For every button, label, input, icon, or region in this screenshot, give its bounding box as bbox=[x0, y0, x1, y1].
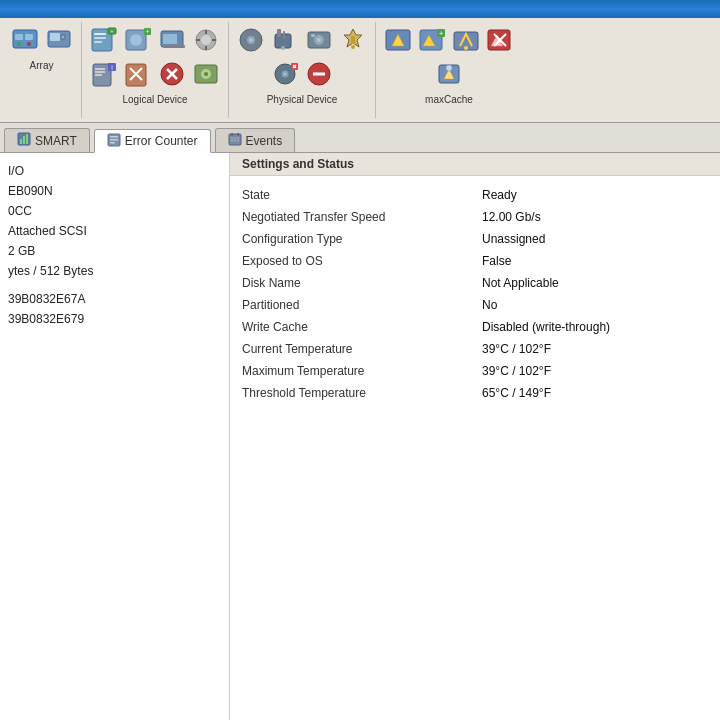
svg-rect-93 bbox=[234, 140, 236, 142]
svg-rect-21 bbox=[163, 45, 185, 48]
settings-row-threshold-temp: Threshold Temperature 65°C / 149°F bbox=[242, 382, 708, 404]
svg-point-50 bbox=[281, 46, 285, 50]
toolbar-icons-row-ld-2: i bbox=[88, 58, 222, 90]
top-bar bbox=[0, 0, 720, 18]
ld-icon-1[interactable]: + bbox=[88, 24, 120, 56]
toolbar-icons-row-array bbox=[9, 24, 75, 56]
pd-icon-2[interactable] bbox=[269, 24, 301, 56]
svg-rect-91 bbox=[230, 138, 240, 139]
svg-point-4 bbox=[27, 42, 31, 46]
toolbar-icons-row-ld-1: + + bbox=[88, 24, 222, 56]
settings-row-config-type: Configuration Type Unassigned bbox=[242, 228, 708, 250]
mc-icon-3[interactable] bbox=[450, 24, 482, 56]
svg-rect-87 bbox=[110, 142, 115, 144]
left-panel-item-serial1: 39B0832E67A bbox=[8, 289, 221, 309]
settings-key-transfer-speed: Negotiated Transfer Speed bbox=[242, 210, 482, 224]
left-panel-item-sector: ytes / 512 Bytes bbox=[8, 261, 221, 281]
svg-point-8 bbox=[61, 36, 64, 39]
toolbar-group-physical: Physical Device bbox=[229, 22, 376, 118]
ld-icon-6[interactable] bbox=[122, 58, 154, 90]
settings-key-max-temp: Maximum Temperature bbox=[242, 364, 482, 378]
ld-icon-7[interactable] bbox=[156, 58, 188, 90]
svg-rect-85 bbox=[110, 136, 118, 138]
svg-point-42 bbox=[204, 72, 208, 76]
main-content: I/O EB090N 0CC Attached SCSI 2 GB ytes /… bbox=[0, 153, 720, 720]
svg-text:+: + bbox=[439, 29, 444, 38]
left-panel-item-firmware: 0CC bbox=[8, 201, 221, 221]
settings-value-partitioned: No bbox=[482, 298, 708, 312]
settings-row-partitioned: Partitioned No bbox=[242, 294, 708, 316]
pd-icon-4[interactable] bbox=[337, 24, 369, 56]
array-icon-1[interactable] bbox=[9, 24, 41, 56]
svg-point-56 bbox=[351, 45, 355, 49]
settings-row-disk-name: Disk Name Not Applicable bbox=[242, 272, 708, 294]
tab-smart-label: SMART bbox=[35, 134, 77, 148]
toolbar-label-maxcache: maxCache bbox=[425, 94, 473, 105]
left-panel: I/O EB090N 0CC Attached SCSI 2 GB ytes /… bbox=[0, 153, 230, 720]
settings-key-state: State bbox=[242, 188, 482, 202]
svg-text:+: + bbox=[145, 28, 149, 35]
toolbar-label-logical: Logical Device bbox=[122, 94, 187, 105]
toolbar-group-maxcache: + bbox=[376, 22, 522, 118]
svg-rect-29 bbox=[95, 68, 105, 70]
left-panel-separator bbox=[8, 281, 221, 289]
left-panel-item-io: I/O bbox=[8, 161, 221, 181]
svg-rect-2 bbox=[25, 34, 33, 40]
array-icon-2[interactable] bbox=[43, 24, 75, 56]
svg-point-59 bbox=[284, 73, 286, 75]
svg-rect-6 bbox=[50, 33, 60, 41]
svg-rect-11 bbox=[94, 37, 106, 39]
svg-rect-1 bbox=[15, 34, 23, 40]
toolbar-icons-row-mc-1: + bbox=[382, 24, 516, 56]
mc-icon-1[interactable] bbox=[382, 24, 414, 56]
ld-icon-8[interactable] bbox=[190, 58, 222, 90]
svg-point-72 bbox=[464, 46, 468, 50]
tab-error-counter[interactable]: Error Counter bbox=[94, 129, 211, 153]
settings-value-state: Ready bbox=[482, 188, 708, 202]
svg-point-53 bbox=[317, 38, 321, 42]
settings-key-config-type: Configuration Type bbox=[242, 232, 482, 246]
ld-icon-4[interactable] bbox=[190, 24, 222, 56]
ld-icon-5[interactable]: i bbox=[88, 58, 120, 90]
svg-rect-48 bbox=[277, 29, 281, 37]
pd-icon-3[interactable] bbox=[303, 24, 335, 56]
svg-rect-20 bbox=[163, 34, 177, 44]
settings-body: State Ready Negotiated Transfer Speed 12… bbox=[230, 176, 720, 412]
events-tab-icon bbox=[228, 132, 242, 149]
tab-events[interactable]: Events bbox=[215, 128, 296, 152]
toolbar-label-physical: Physical Device bbox=[267, 94, 338, 105]
mc-icon-4[interactable] bbox=[484, 24, 516, 56]
smart-tab-icon bbox=[17, 132, 31, 149]
ld-icon-3[interactable] bbox=[156, 24, 188, 56]
toolbar-icons-row-mc-2 bbox=[433, 58, 465, 90]
ld-icon-2[interactable]: + bbox=[122, 24, 154, 56]
svg-rect-94 bbox=[237, 140, 239, 142]
tab-error-counter-label: Error Counter bbox=[125, 134, 198, 148]
pd-icon-1[interactable] bbox=[235, 24, 267, 56]
svg-rect-92 bbox=[231, 140, 233, 142]
pd-icon-6[interactable] bbox=[303, 58, 335, 90]
svg-rect-82 bbox=[23, 136, 25, 144]
tab-smart[interactable]: SMART bbox=[4, 128, 90, 152]
settings-key-threshold-temp: Threshold Temperature bbox=[242, 386, 482, 400]
left-panel-item-model: EB090N bbox=[8, 181, 221, 201]
svg-rect-31 bbox=[95, 74, 102, 76]
svg-rect-89 bbox=[231, 133, 233, 136]
pd-icon-5[interactable] bbox=[269, 58, 301, 90]
svg-text:+: + bbox=[111, 28, 114, 34]
settings-key-current-temp: Current Temperature bbox=[242, 342, 482, 356]
svg-rect-26 bbox=[196, 39, 200, 41]
settings-header: Settings and Status bbox=[230, 153, 720, 176]
svg-rect-90 bbox=[237, 133, 239, 136]
settings-key-write-cache: Write Cache bbox=[242, 320, 482, 334]
settings-value-config-type: Unassigned bbox=[482, 232, 708, 246]
svg-rect-10 bbox=[94, 33, 106, 35]
mc-icon-2[interactable]: + bbox=[416, 24, 448, 56]
settings-row-max-temp: Maximum Temperature 39°C / 102°F bbox=[242, 360, 708, 382]
svg-point-16 bbox=[130, 34, 142, 46]
settings-value-transfer-speed: 12.00 Gb/s bbox=[482, 210, 708, 224]
toolbar: Array + + bbox=[0, 18, 720, 123]
svg-rect-24 bbox=[205, 30, 207, 34]
mc-icon-5[interactable] bbox=[433, 58, 465, 90]
left-panel-item-size: 2 GB bbox=[8, 241, 221, 261]
